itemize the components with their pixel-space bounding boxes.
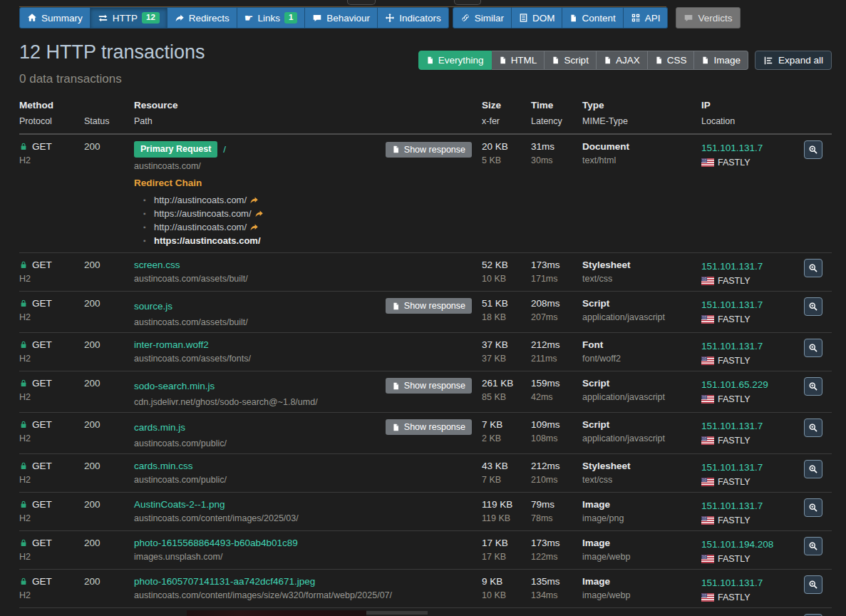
tab-content[interactable]: Content (562, 7, 623, 29)
resource-link[interactable]: / (223, 144, 226, 155)
redirect-icon (175, 14, 185, 23)
inspect-transaction-button[interactable] (804, 339, 822, 357)
ip-link[interactable]: 151.101.131.7 (701, 261, 763, 272)
ip-link[interactable]: 151.101.131.7 (701, 299, 763, 310)
method-label: GET (32, 141, 52, 152)
inspect-transaction-button[interactable] (804, 259, 822, 277)
us-flag-icon (701, 593, 714, 602)
magnifier-icon (808, 423, 818, 433)
resource-link[interactable]: cards.min.css (134, 461, 193, 471)
resource-link[interactable]: screen.css (134, 260, 180, 270)
inspect-transaction-button[interactable] (804, 419, 822, 437)
resource-link[interactable]: inter-roman.woff2 (134, 339, 209, 350)
tab-api[interactable]: API (624, 7, 669, 29)
resource-link[interactable]: photo-1605707141131-aa742dcf4671.jpeg (134, 576, 315, 587)
resource-link[interactable]: AustinCoats-2--1.png (134, 499, 225, 510)
location-line: FASTLY (701, 314, 804, 324)
ip-cell: 151.101.131.7 FASTLY (701, 339, 804, 366)
filter-script[interactable]: Script (545, 51, 597, 70)
status-cell: 200 (84, 419, 134, 430)
method-cell: GET H2 (19, 260, 84, 284)
tab-dom[interactable]: DOM (512, 7, 563, 29)
filter-html[interactable]: HTML (492, 51, 545, 70)
method-cell: GET H2 (19, 298, 84, 322)
expand-all-button[interactable]: Expand all (755, 51, 832, 70)
ip-link[interactable]: 151.101.131.7 (701, 421, 763, 431)
tab-behaviour[interactable]: Behaviour (305, 7, 378, 29)
resource-link[interactable]: photo-1615568864493-b60ab4b01c89 (134, 538, 298, 548)
filter-ajax[interactable]: AJAX (597, 51, 648, 70)
resource-link[interactable]: cards.min.js (134, 422, 185, 433)
show-response-button[interactable]: Show response (386, 419, 472, 435)
size-cell: 43 KB 7 KB (482, 461, 531, 485)
exchange-icon (98, 14, 108, 23)
size-label: 43 KB (482, 461, 531, 471)
method-cell: GET H2 (19, 339, 84, 364)
type-cell: Stylesheet text/css (582, 461, 701, 485)
us-flag-icon (701, 158, 714, 167)
show-response-button[interactable]: Show response (386, 142, 472, 158)
status-cell: 200 (84, 260, 134, 270)
tab-http[interactable]: HTTP12 (91, 7, 167, 29)
type-cell: Image image/webp (582, 538, 701, 562)
tab-links[interactable]: ☛Links1 (237, 7, 305, 29)
resource-link[interactable]: sodo-search.min.js (134, 381, 215, 391)
ip-link[interactable]: 151.101.131.7 (701, 578, 763, 588)
filter-css[interactable]: CSS (648, 51, 695, 70)
ip-link[interactable]: 151.101.131.7 (701, 500, 763, 511)
us-flag-icon (701, 516, 714, 525)
ip-link[interactable]: 151.101.131.7 (701, 341, 763, 351)
time-cell: 212ms 211ms (531, 339, 582, 364)
path-label: austincoats.com/ (134, 161, 482, 171)
tab-label: Content (582, 13, 615, 24)
inspect-transaction-button[interactable] (804, 460, 822, 478)
inspect-transaction-button[interactable] (804, 140, 822, 159)
col-location: Location (701, 116, 804, 126)
ip-link[interactable]: 151.101.131.7 (701, 462, 763, 473)
inspect-transaction-button[interactable] (804, 297, 822, 316)
tab-redirects[interactable]: Redirects (167, 7, 237, 29)
inspect-transaction-button[interactable] (804, 575, 822, 594)
show-response-button[interactable]: Show response (386, 298, 472, 314)
path-label: austincoats.com/assets/fonts/ (134, 354, 482, 364)
redirect-chain-url[interactable]: http://austincoats.com/ (154, 195, 247, 205)
magnifier-icon (808, 263, 818, 273)
tab-similar[interactable]: Similar (453, 7, 512, 29)
ip-link[interactable]: 151.101.65.229 (701, 379, 768, 390)
resource-cell: photo-1615568864493-b60ab4b01c89 images.… (134, 538, 482, 562)
xfer-label: 10 KB (482, 274, 531, 284)
file-icon (392, 302, 400, 311)
tab-summary[interactable]: Summary (19, 7, 91, 29)
redirect-chain-url[interactable]: http://austincoats.com/ (154, 222, 247, 232)
file-icon (499, 56, 507, 65)
filter-image[interactable]: Image (694, 51, 748, 70)
type-cell: Stylesheet text/css (582, 260, 701, 284)
size-label: 9 KB (482, 576, 531, 587)
col-size: Size (482, 100, 531, 112)
ip-link[interactable]: 151.101.131.7 (701, 143, 763, 153)
inspect-transaction-button[interactable] (804, 537, 822, 555)
table-row: GET H2 200 source.js Show response austi… (19, 292, 832, 333)
method-cell: GET H2 (19, 538, 84, 562)
primary-request-badge: Primary Request (134, 141, 217, 158)
ip-cell: 151.101.131.7 FASTLY (701, 141, 804, 168)
tab-bar: SummaryHTTP12Redirects☛Links1BehaviourIn… (19, 7, 741, 29)
ip-link[interactable]: 151.101.194.208 (701, 539, 773, 550)
redirect-chain-url[interactable]: https://austincoats.com/ (154, 208, 252, 219)
tab-group-2: SimilarDOMContentAPI (453, 7, 669, 29)
show-response-button[interactable]: Show response (386, 378, 472, 394)
inspect-transaction-button[interactable] (804, 377, 822, 396)
location-label: FASTLY (718, 554, 750, 564)
filter-everything[interactable]: Everything (418, 51, 492, 70)
size-label: 52 KB (482, 260, 531, 270)
mime-label: text/css (582, 475, 701, 485)
tab-label: API (645, 13, 661, 24)
location-line: FASTLY (701, 276, 804, 286)
path-label: austincoats.com/public/ (134, 475, 482, 485)
time-cell: 79ms 78ms (531, 499, 582, 523)
tab-indicators[interactable]: Indicators (378, 7, 449, 29)
resource-link[interactable]: source.js (134, 301, 172, 312)
table-body: GET H2 200 Primary Request / Show respon… (19, 135, 832, 616)
latency-label: 108ms (531, 433, 582, 443)
inspect-transaction-button[interactable] (804, 498, 822, 517)
